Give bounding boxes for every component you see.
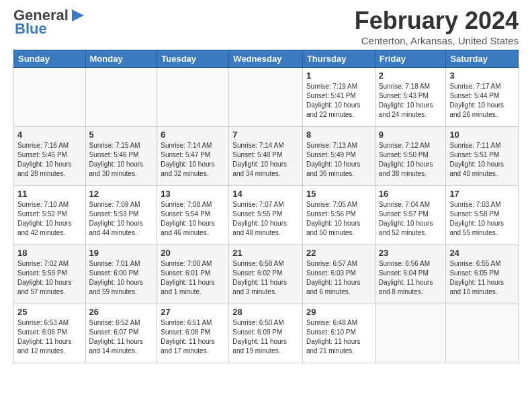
table-row	[446, 304, 519, 363]
day-info: Sunrise: 6:57 AM Sunset: 6:03 PM Dayligh…	[306, 259, 371, 297]
calendar-week-row: 4Sunrise: 7:16 AM Sunset: 5:45 PM Daylig…	[14, 127, 519, 186]
col-thursday: Thursday	[302, 50, 375, 68]
day-info: Sunrise: 7:14 AM Sunset: 5:48 PM Dayligh…	[232, 141, 299, 179]
calendar-week-row: 11Sunrise: 7:10 AM Sunset: 5:52 PM Dayli…	[14, 186, 519, 245]
table-row: 18Sunrise: 7:02 AM Sunset: 5:59 PM Dayli…	[14, 245, 86, 304]
table-row	[229, 68, 303, 127]
day-info: Sunrise: 7:11 AM Sunset: 5:51 PM Dayligh…	[449, 141, 515, 179]
day-info: Sunrise: 7:08 AM Sunset: 5:54 PM Dayligh…	[161, 200, 225, 238]
table-row: 4Sunrise: 7:16 AM Sunset: 5:45 PM Daylig…	[14, 127, 86, 186]
day-number: 22	[306, 248, 371, 258]
day-number: 29	[306, 307, 371, 317]
table-row: 14Sunrise: 7:07 AM Sunset: 5:55 PM Dayli…	[229, 186, 303, 245]
col-wednesday: Wednesday	[229, 50, 303, 68]
page-header: General Blue February 2024 Centerton, Ar…	[0, 0, 532, 50]
day-number: 4	[17, 130, 82, 140]
table-row: 22Sunrise: 6:57 AM Sunset: 6:03 PM Dayli…	[302, 245, 375, 304]
day-info: Sunrise: 7:16 AM Sunset: 5:45 PM Dayligh…	[17, 141, 82, 179]
day-info: Sunrise: 6:48 AM Sunset: 6:10 PM Dayligh…	[306, 318, 371, 356]
day-info: Sunrise: 7:04 AM Sunset: 5:57 PM Dayligh…	[379, 200, 443, 238]
table-row: 5Sunrise: 7:15 AM Sunset: 5:46 PM Daylig…	[85, 127, 157, 186]
day-number: 2	[379, 71, 443, 81]
day-number: 14	[232, 189, 299, 199]
col-friday: Friday	[375, 50, 446, 68]
table-row: 2Sunrise: 7:18 AM Sunset: 5:43 PM Daylig…	[375, 68, 446, 127]
day-number: 23	[379, 248, 443, 258]
day-info: Sunrise: 6:52 AM Sunset: 6:07 PM Dayligh…	[89, 318, 154, 356]
calendar-wrapper: Sunday Monday Tuesday Wednesday Thursday…	[0, 50, 532, 370]
svg-marker-0	[72, 9, 84, 21]
day-info: Sunrise: 7:03 AM Sunset: 5:58 PM Dayligh…	[449, 200, 515, 238]
table-row: 10Sunrise: 7:11 AM Sunset: 5:51 PM Dayli…	[446, 127, 519, 186]
day-info: Sunrise: 7:15 AM Sunset: 5:46 PM Dayligh…	[89, 141, 154, 179]
day-info: Sunrise: 7:19 AM Sunset: 5:41 PM Dayligh…	[306, 82, 371, 120]
day-info: Sunrise: 7:00 AM Sunset: 6:01 PM Dayligh…	[161, 259, 225, 297]
table-row: 11Sunrise: 7:10 AM Sunset: 5:52 PM Dayli…	[14, 186, 86, 245]
day-number: 3	[449, 71, 515, 81]
day-info: Sunrise: 7:12 AM Sunset: 5:50 PM Dayligh…	[379, 141, 443, 179]
col-saturday: Saturday	[446, 50, 519, 68]
day-info: Sunrise: 7:05 AM Sunset: 5:56 PM Dayligh…	[306, 200, 371, 238]
day-number: 16	[379, 189, 443, 199]
table-row	[14, 68, 86, 127]
table-row: 20Sunrise: 7:00 AM Sunset: 6:01 PM Dayli…	[157, 245, 229, 304]
col-monday: Monday	[85, 50, 157, 68]
day-number: 21	[232, 248, 299, 258]
table-row: 6Sunrise: 7:14 AM Sunset: 5:47 PM Daylig…	[157, 127, 229, 186]
day-info: Sunrise: 6:55 AM Sunset: 6:05 PM Dayligh…	[449, 259, 515, 297]
day-info: Sunrise: 7:01 AM Sunset: 6:00 PM Dayligh…	[89, 259, 154, 297]
calendar-week-row: 18Sunrise: 7:02 AM Sunset: 5:59 PM Dayli…	[14, 245, 519, 304]
table-row: 29Sunrise: 6:48 AM Sunset: 6:10 PM Dayli…	[302, 304, 375, 363]
table-row	[375, 304, 446, 363]
day-number: 19	[89, 248, 154, 258]
day-number: 27	[161, 307, 225, 317]
day-number: 24	[449, 248, 515, 258]
day-number: 6	[161, 130, 225, 140]
table-row: 1Sunrise: 7:19 AM Sunset: 5:41 PM Daylig…	[302, 68, 375, 127]
table-row: 13Sunrise: 7:08 AM Sunset: 5:54 PM Dayli…	[157, 186, 229, 245]
day-info: Sunrise: 6:58 AM Sunset: 6:02 PM Dayligh…	[232, 259, 299, 297]
day-number: 17	[449, 189, 515, 199]
day-number: 1	[306, 71, 371, 81]
table-row: 12Sunrise: 7:09 AM Sunset: 5:53 PM Dayli…	[85, 186, 157, 245]
table-row: 16Sunrise: 7:04 AM Sunset: 5:57 PM Dayli…	[375, 186, 446, 245]
day-number: 26	[89, 307, 154, 317]
day-number: 5	[89, 130, 154, 140]
day-info: Sunrise: 7:02 AM Sunset: 5:59 PM Dayligh…	[17, 259, 82, 297]
day-number: 11	[17, 189, 82, 199]
day-number: 12	[89, 189, 154, 199]
day-number: 8	[306, 130, 371, 140]
logo-flag-icon	[71, 9, 85, 21]
table-row: 25Sunrise: 6:53 AM Sunset: 6:06 PM Dayli…	[14, 304, 86, 363]
day-info: Sunrise: 7:07 AM Sunset: 5:55 PM Dayligh…	[232, 200, 299, 238]
table-row: 8Sunrise: 7:13 AM Sunset: 5:49 PM Daylig…	[302, 127, 375, 186]
day-number: 15	[306, 189, 371, 199]
day-info: Sunrise: 6:53 AM Sunset: 6:06 PM Dayligh…	[17, 318, 82, 356]
col-sunday: Sunday	[14, 50, 86, 68]
day-info: Sunrise: 7:10 AM Sunset: 5:52 PM Dayligh…	[17, 200, 82, 238]
table-row: 28Sunrise: 6:50 AM Sunset: 6:09 PM Dayli…	[229, 304, 303, 363]
col-tuesday: Tuesday	[157, 50, 229, 68]
day-number: 9	[379, 130, 443, 140]
table-row: 7Sunrise: 7:14 AM Sunset: 5:48 PM Daylig…	[229, 127, 303, 186]
table-row: 27Sunrise: 6:51 AM Sunset: 6:08 PM Dayli…	[157, 304, 229, 363]
calendar-week-row: 1Sunrise: 7:19 AM Sunset: 5:41 PM Daylig…	[14, 68, 519, 127]
day-info: Sunrise: 6:50 AM Sunset: 6:09 PM Dayligh…	[232, 318, 299, 356]
day-number: 28	[232, 307, 299, 317]
day-info: Sunrise: 7:09 AM Sunset: 5:53 PM Dayligh…	[89, 200, 154, 238]
table-row: 21Sunrise: 6:58 AM Sunset: 6:02 PM Dayli…	[229, 245, 303, 304]
table-row: 19Sunrise: 7:01 AM Sunset: 6:00 PM Dayli…	[85, 245, 157, 304]
calendar-week-row: 25Sunrise: 6:53 AM Sunset: 6:06 PM Dayli…	[14, 304, 519, 363]
table-row	[85, 68, 157, 127]
day-info: Sunrise: 7:17 AM Sunset: 5:44 PM Dayligh…	[449, 82, 515, 120]
logo-blue-text: Blue	[15, 20, 47, 38]
calendar-table: Sunday Monday Tuesday Wednesday Thursday…	[13, 50, 519, 363]
table-row: 3Sunrise: 7:17 AM Sunset: 5:44 PM Daylig…	[446, 68, 519, 127]
day-number: 18	[17, 248, 82, 258]
day-info: Sunrise: 7:14 AM Sunset: 5:47 PM Dayligh…	[161, 141, 225, 179]
table-row: 23Sunrise: 6:56 AM Sunset: 6:04 PM Dayli…	[375, 245, 446, 304]
table-row: 17Sunrise: 7:03 AM Sunset: 5:58 PM Dayli…	[446, 186, 519, 245]
location-text: Centerton, Arkansas, United States	[355, 35, 519, 46]
month-title: February 2024	[355, 7, 519, 35]
day-number: 13	[161, 189, 225, 199]
